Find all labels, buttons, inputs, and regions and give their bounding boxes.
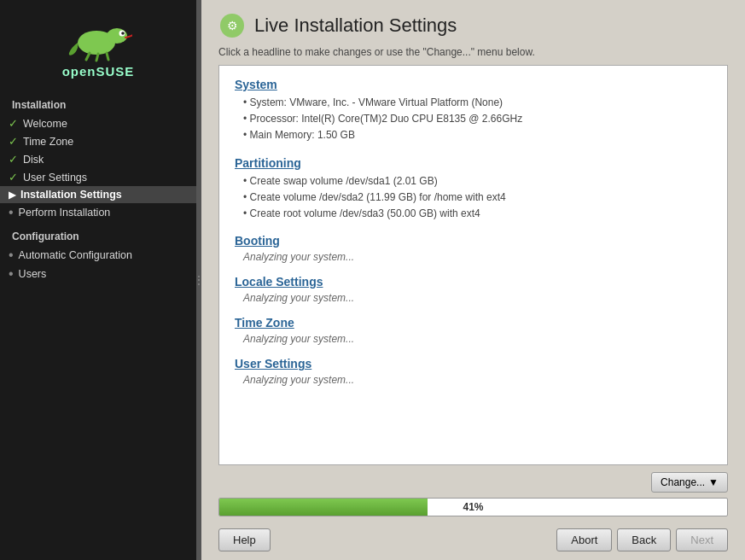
sidebar-item-automatic-config[interactable]: • Automatic Configuration	[0, 246, 196, 265]
content-area: System • System: VMware, Inc. - VMware V…	[218, 65, 728, 465]
page-header: ⚙ Live Installation Settings	[201, 0, 745, 44]
check-icon: ✓	[9, 117, 18, 130]
partitioning-heading[interactable]: Partitioning	[235, 156, 712, 170]
svg-text:⚙: ⚙	[227, 19, 238, 32]
system-heading[interactable]: System	[235, 78, 712, 91]
sidebar-item-user-settings[interactable]: ✓ User Settings	[0, 168, 196, 186]
sidebar-item-label: Disk	[23, 154, 44, 166]
svg-line-4	[86, 53, 90, 60]
chameleon-icon	[64, 15, 132, 62]
sidebar-item-users[interactable]: • Users	[0, 265, 196, 283]
system-detail-1: • Processor: Intel(R) Core(TM)2 Duo CPU …	[243, 111, 712, 127]
logo-text: openSUSE	[62, 64, 135, 79]
svg-point-1	[107, 28, 127, 44]
sidebar-item-installation-settings[interactable]: ▶ Installation Settings	[0, 186, 196, 203]
sidebar-item-disk[interactable]: ✓ Disk	[0, 150, 196, 168]
system-details: • System: VMware, Inc. - VMware Virtual …	[243, 95, 712, 144]
user-settings-section: User Settings Analyzing your system...	[235, 357, 712, 386]
booting-heading[interactable]: Booting	[235, 234, 712, 248]
help-button[interactable]: Help	[218, 528, 271, 551]
partitioning-details: • Create swap volume /dev/sda1 (2.01 GB)…	[243, 173, 712, 223]
svg-line-5	[96, 54, 98, 61]
timezone-analyzing: Analyzing your system...	[243, 333, 712, 345]
check-icon: ✓	[9, 153, 18, 166]
back-button[interactable]: Back	[617, 528, 671, 551]
sidebar-item-label: Installation Settings	[20, 189, 122, 201]
timezone-section: Time Zone Analyzing your system...	[235, 316, 712, 345]
sidebar-item-label: User Settings	[23, 172, 87, 184]
change-button-label: Change...	[661, 476, 705, 488]
system-detail-2: • Main Memory: 1.50 GB	[243, 127, 712, 143]
installation-section-title: Installation	[0, 90, 196, 114]
system-section: System • System: VMware, Inc. - VMware V…	[235, 78, 712, 144]
opensuse-logo: openSUSE	[62, 15, 135, 79]
arrow-icon: ▶	[9, 190, 15, 201]
change-button[interactable]: Change... ▼	[651, 472, 728, 493]
timezone-heading[interactable]: Time Zone	[235, 316, 712, 330]
check-icon: ✓	[9, 171, 18, 184]
user-settings-analyzing: Analyzing your system...	[243, 374, 712, 386]
user-settings-heading[interactable]: User Settings	[235, 357, 712, 370]
progress-label: 41%	[463, 501, 483, 513]
sidebar-item-label: Users	[19, 268, 47, 280]
progress-bar-fill	[219, 499, 428, 516]
sidebar-item-label: Perform Installation	[19, 207, 111, 219]
dot-icon: •	[9, 267, 14, 281]
system-detail-0: • System: VMware, Inc. - VMware Virtual …	[243, 95, 712, 111]
abort-button[interactable]: Abort	[556, 528, 612, 551]
next-button[interactable]: Next	[676, 528, 728, 551]
bottom-area: Change... ▼ 41% Help Abort Back Next	[201, 465, 745, 560]
sidebar-item-perform-installation[interactable]: • Perform Installation	[0, 203, 196, 222]
dot-icon: •	[9, 206, 14, 219]
sidebar-item-timezone[interactable]: ✓ Time Zone	[0, 132, 196, 150]
partition-detail-2: • Create root volume /dev/sda3 (50.00 GB…	[243, 206, 712, 222]
svg-line-6	[107, 53, 108, 60]
sidebar-item-label: Automatic Configuration	[19, 249, 132, 261]
sidebar-item-welcome[interactable]: ✓ Welcome	[0, 114, 196, 132]
svg-point-3	[121, 32, 125, 35]
page-subtitle: Click a headline to make changes or use …	[201, 44, 745, 65]
configuration-section-title: Configuration	[0, 222, 196, 246]
change-btn-row: Change... ▼	[218, 472, 728, 493]
progress-bar-container: 41%	[218, 498, 728, 516]
booting-section: Booting Analyzing your system...	[235, 234, 712, 263]
sidebar: openSUSE Installation ✓ Welcome ✓ Time Z…	[0, 0, 196, 560]
partitioning-section: Partitioning • Create swap volume /dev/s…	[235, 156, 712, 223]
locale-heading[interactable]: Locale Settings	[235, 275, 712, 289]
locale-analyzing: Analyzing your system...	[243, 292, 712, 304]
partition-detail-0: • Create swap volume /dev/sda1 (2.01 GB)	[243, 173, 712, 190]
check-icon: ✓	[9, 135, 18, 148]
logo-area: openSUSE	[0, 0, 196, 90]
page-icon: ⚙	[218, 12, 246, 39]
locale-section: Locale Settings Analyzing your system...	[235, 275, 712, 304]
sidebar-item-label: Welcome	[23, 118, 67, 130]
main-panel: ⚙ Live Installation Settings Click a hea…	[201, 0, 745, 560]
nav-button-group: Abort Back Next	[556, 528, 728, 551]
change-dropdown-icon: ▼	[708, 476, 719, 488]
footer-buttons: Help Abort Back Next	[218, 523, 728, 560]
dot-icon: •	[9, 248, 14, 262]
page-title: Live Installation Settings	[254, 15, 457, 37]
booting-analyzing: Analyzing your system...	[243, 251, 712, 263]
partition-detail-1: • Create volume /dev/sda2 (11.99 GB) for…	[243, 190, 712, 206]
sidebar-item-label: Time Zone	[23, 136, 73, 148]
